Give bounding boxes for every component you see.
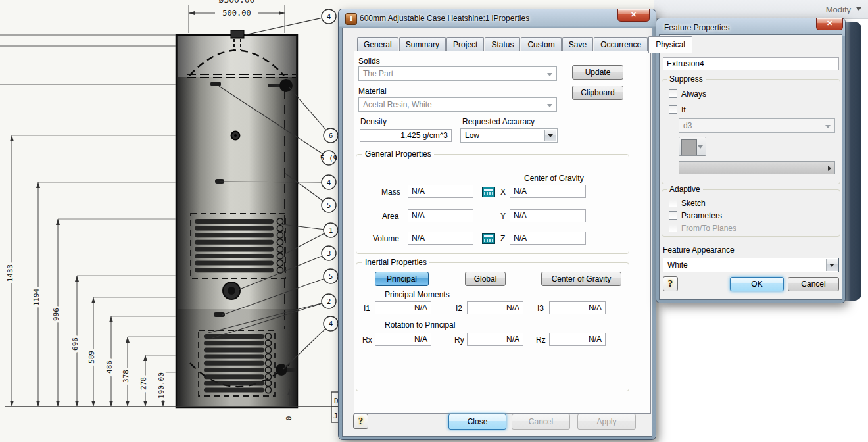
top-fitting bbox=[231, 30, 244, 38]
i3-field[interactable]: N/A bbox=[549, 301, 606, 314]
color-swatch bbox=[681, 139, 697, 155]
svg-text:486: 486 bbox=[105, 360, 114, 374]
if-checkbox[interactable] bbox=[669, 105, 677, 114]
rotation-to-principal-heading: Rotation to Principal bbox=[385, 320, 455, 330]
rx-field[interactable]: N/A bbox=[375, 333, 431, 346]
dialog-title: 600mm Adjustable Case Heatshine:1 iPrope… bbox=[360, 14, 529, 23]
fitting-boss bbox=[276, 364, 287, 376]
rz-label: Rz bbox=[536, 335, 546, 345]
always-checkbox[interactable] bbox=[669, 89, 677, 98]
dialog-title: Feature Properties bbox=[664, 23, 729, 32]
fromto-planes-checkbox[interactable] bbox=[669, 224, 677, 232]
chevron-down-icon[interactable] bbox=[826, 259, 838, 271]
arrow-right-icon[interactable] bbox=[828, 166, 831, 171]
fitting-boss bbox=[279, 79, 293, 92]
material-label: Material bbox=[358, 87, 387, 96]
svg-text:3: 3 bbox=[327, 249, 331, 258]
svg-text:378: 378 bbox=[122, 370, 130, 383]
i2-field[interactable]: N/A bbox=[467, 301, 523, 314]
accuracy-combobox[interactable]: Low bbox=[460, 128, 558, 143]
i1-field[interactable]: N/A bbox=[375, 301, 431, 314]
principal-moments-heading: Principal Moments bbox=[385, 290, 450, 299]
tab-physical[interactable]: Physical bbox=[648, 36, 692, 53]
density-field[interactable]: 1.425 g/cm^3 bbox=[360, 129, 452, 142]
svg-text:1194: 1194 bbox=[32, 288, 41, 306]
svg-text:2: 2 bbox=[327, 297, 331, 306]
tab-occurrence[interactable]: Occurrence bbox=[594, 37, 648, 51]
apply-button[interactable]: Apply bbox=[577, 414, 636, 430]
material-combobox[interactable]: Acetal Resin, White bbox=[358, 97, 557, 112]
feature-appearance-label: Feature Appearance bbox=[663, 245, 735, 255]
close-icon[interactable]: ✕ bbox=[617, 9, 650, 22]
calculator-icon[interactable] bbox=[482, 187, 495, 197]
i1-label: I1 bbox=[364, 304, 370, 313]
suppress-condition-combobox[interactable]: d3 bbox=[679, 118, 835, 133]
tab-save[interactable]: Save bbox=[562, 37, 593, 51]
tab-status[interactable]: Status bbox=[485, 37, 520, 51]
svg-text:4: 4 bbox=[327, 12, 331, 21]
close-button[interactable]: Close bbox=[448, 414, 506, 430]
close-icon[interactable]: ✕ bbox=[816, 18, 843, 30]
fitting bbox=[210, 82, 221, 86]
rz-field[interactable]: N/A bbox=[549, 333, 606, 346]
lower-coil bbox=[204, 333, 272, 393]
svg-text:0: 0 bbox=[285, 416, 293, 421]
tab-summary[interactable]: Summary bbox=[399, 37, 446, 51]
modify-menu[interactable]: Modify bbox=[826, 5, 851, 14]
tab-project[interactable]: Project bbox=[446, 37, 484, 51]
tab-custom[interactable]: Custom bbox=[521, 37, 561, 51]
help-button[interactable]: ? bbox=[663, 276, 678, 291]
feature-appearance-combobox[interactable]: White bbox=[663, 258, 839, 272]
adaptive-legend: Adaptive bbox=[667, 185, 703, 194]
svg-text:5 (9: 5 (9 bbox=[320, 154, 338, 162]
feature-properties-dialog: Feature Properties ✕ Name Extrusion4 Sup… bbox=[656, 18, 845, 303]
sketch-label: Sketch bbox=[681, 199, 706, 208]
ry-field[interactable]: N/A bbox=[467, 333, 523, 346]
global-button[interactable]: Global bbox=[465, 272, 506, 286]
chevron-down-icon[interactable] bbox=[544, 130, 556, 141]
volume-label: Volume bbox=[373, 234, 399, 243]
parameters-checkbox[interactable] bbox=[669, 211, 677, 220]
cog-x-label: X bbox=[500, 187, 506, 197]
accuracy-label: Requested Accuracy bbox=[462, 117, 535, 126]
help-button[interactable]: ? bbox=[353, 414, 368, 429]
volume-field[interactable]: N/A bbox=[408, 232, 473, 245]
calculator-icon[interactable] bbox=[482, 233, 495, 244]
always-label: Always bbox=[681, 89, 706, 99]
cancel-button[interactable]: Cancel bbox=[788, 277, 839, 291]
sketch-checkbox[interactable] bbox=[669, 199, 677, 207]
principal-button[interactable]: Principal bbox=[375, 272, 429, 286]
clipboard-button[interactable]: Clipboard bbox=[572, 86, 623, 100]
cog-x-field[interactable]: N/A bbox=[510, 185, 586, 198]
chevron-down-icon[interactable] bbox=[856, 7, 861, 11]
color-swatch-button[interactable] bbox=[679, 137, 706, 156]
cog-y-field[interactable]: N/A bbox=[510, 209, 586, 222]
center-of-gravity-button[interactable]: Center of Gravity bbox=[541, 272, 621, 286]
svg-text:1433: 1433 bbox=[6, 264, 14, 282]
svg-text:5: 5 bbox=[329, 272, 333, 281]
name-input[interactable]: Extrusion4 bbox=[663, 57, 839, 70]
cog-y-label: Y bbox=[500, 212, 506, 221]
cancel-button[interactable]: Cancel bbox=[512, 414, 570, 430]
iproperties-dialog: I 600mm Adjustable Case Heatshine:1 iPro… bbox=[339, 9, 656, 439]
svg-text:1: 1 bbox=[329, 226, 333, 235]
mass-field[interactable]: N/A bbox=[408, 185, 473, 198]
ok-button[interactable]: OK bbox=[730, 277, 784, 291]
solids-combobox[interactable]: The Part bbox=[358, 66, 557, 81]
rx-label: Rx bbox=[362, 335, 372, 345]
ry-label: Ry bbox=[454, 335, 464, 345]
cog-z-field[interactable]: N/A bbox=[510, 232, 586, 245]
update-button[interactable]: Update bbox=[572, 65, 623, 80]
window-edge-band bbox=[844, 22, 861, 301]
solids-label: Solids bbox=[358, 57, 380, 66]
tab-general[interactable]: General bbox=[357, 37, 398, 51]
cog-z-label: Z bbox=[500, 234, 505, 243]
svg-text:500.00: 500.00 bbox=[222, 9, 251, 18]
tab-bar: GeneralSummaryProjectStatusCustomSaveOcc… bbox=[357, 34, 693, 51]
suppress-value-field[interactable] bbox=[679, 161, 835, 174]
chevron-down-icon bbox=[547, 104, 552, 107]
suppress-legend: Suppress bbox=[667, 74, 706, 84]
chevron-down-icon bbox=[698, 145, 703, 149]
chevron-down-icon bbox=[547, 73, 552, 76]
area-field[interactable]: N/A bbox=[408, 209, 473, 222]
